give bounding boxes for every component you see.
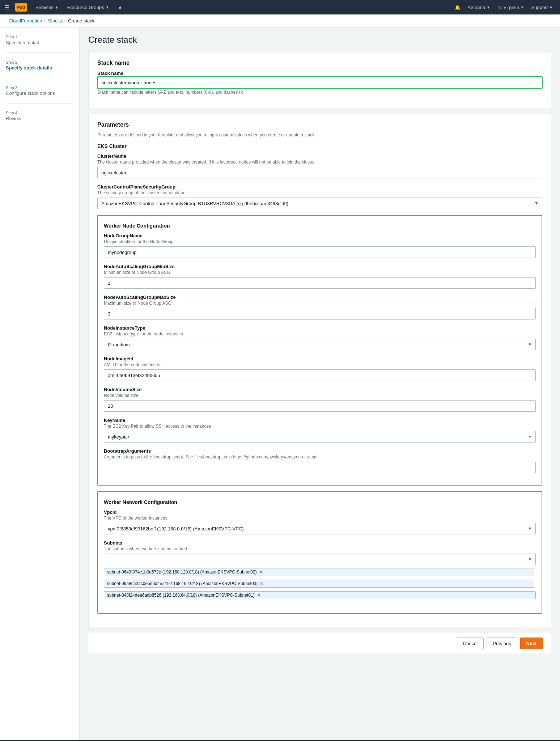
breadcrumb-current: Create stack bbox=[68, 18, 94, 24]
breadcrumb-sep-2: › bbox=[64, 18, 66, 24]
bootstrap-args-input[interactable] bbox=[104, 462, 536, 473]
bootstrap-args-hint: Arguments to pass to the bootstrap scrip… bbox=[104, 454, 536, 460]
vpc-id-wrapper: vpc-0f8853ef93162beff (192.168.0.0/16) (… bbox=[104, 523, 536, 534]
breadcrumb-cloudformation[interactable]: CloudFormation bbox=[9, 18, 42, 24]
instance-type-select[interactable]: t2.medium bbox=[104, 339, 536, 350]
bell-icon: 🔔 bbox=[455, 5, 461, 10]
cluster-name-group: ClusterName The cluster name provided wh… bbox=[97, 153, 542, 178]
sidebar-step-3: Step 3 Configure stack options bbox=[6, 85, 73, 96]
min-size-group: NodeAutoScalingGroupMinSize Minimum size… bbox=[104, 264, 536, 289]
stack-name-input[interactable] bbox=[97, 77, 542, 88]
region-menu[interactable]: N. Virginia ▼ bbox=[495, 3, 527, 12]
subnet-chip-3: subnet-048f24dea6adb8526 (192.168.64.0/1… bbox=[104, 591, 536, 599]
subnet-chip-1: subnet-0643f874c1b0a572e (192.168.128.0/… bbox=[104, 568, 534, 576]
step4-num: Step 4 bbox=[6, 111, 73, 115]
support-chevron-icon: ▼ bbox=[549, 5, 553, 9]
min-size-hint: Minimum size of Node Group ASG. bbox=[104, 270, 536, 275]
parameters-card: Parameters Parameters are defined in you… bbox=[88, 114, 551, 627]
node-group-name-label: NodeGroupName bbox=[104, 233, 536, 238]
bootstrap-args-label: BootstrapArguments bbox=[104, 448, 536, 454]
control-plane-sg-label: ClusterControlPlaneSecurityGroup bbox=[97, 184, 542, 190]
vpc-id-group: VpcId The VPC of the worker instances vp… bbox=[104, 509, 536, 534]
step3-label: Configure stack options bbox=[6, 90, 73, 96]
max-size-label: NodeAutoScalingGroupMaxSize bbox=[104, 295, 536, 300]
step2-num: Step 2 bbox=[6, 60, 73, 64]
key-name-hint: The EC2 Key Pair to allow SSH access to … bbox=[104, 424, 536, 429]
stack-name-title: Stack name bbox=[97, 60, 542, 66]
worker-node-config-header: Worker Node Configuration bbox=[104, 223, 536, 229]
stack-name-helper: Stack name can include letters (A-Z and … bbox=[97, 90, 542, 95]
node-group-name-input[interactable] bbox=[104, 246, 536, 258]
worker-network-config-header: Worker Network Configuration bbox=[104, 499, 536, 505]
key-name-select[interactable]: mykeypair bbox=[104, 431, 536, 443]
user-menu[interactable]: Archana ▼ bbox=[465, 3, 493, 12]
top-navigation: ☰ AWS Services ▼ Resource Groups ▼ ★ 🔔 A… bbox=[0, 0, 560, 14]
min-size-input[interactable] bbox=[104, 277, 536, 289]
image-id-group: NodeImageId AMI id for the node instance… bbox=[104, 356, 536, 381]
main-content: Create stack Stack name Stack name Stack… bbox=[80, 27, 560, 740]
previous-button[interactable]: Previous bbox=[487, 638, 517, 649]
parameters-title: Parameters bbox=[97, 122, 542, 128]
step4-label: Review bbox=[6, 116, 73, 121]
notifications-bell[interactable]: 🔔 bbox=[452, 3, 463, 12]
vpc-id-select[interactable]: vpc-0f8853ef93162beff (192.168.0.0/16) (… bbox=[104, 523, 536, 534]
resource-groups-menu[interactable]: Resource Groups ▼ bbox=[64, 3, 112, 12]
volume-size-input[interactable] bbox=[104, 400, 536, 412]
eks-cluster-header: EKS Cluster bbox=[97, 143, 542, 149]
vpc-id-label: VpcId bbox=[104, 509, 536, 515]
control-plane-sg-select[interactable]: AmazonEKSVPC-ControlPlaneSecurityGroup-B… bbox=[97, 198, 542, 209]
step2-label: Specify stack details bbox=[6, 65, 73, 71]
min-size-label: NodeAutoScalingGroupMinSize bbox=[104, 264, 536, 269]
hamburger-icon[interactable]: ☰ bbox=[4, 4, 9, 11]
volume-size-hint: Node volume size bbox=[104, 393, 536, 398]
image-id-input[interactable] bbox=[104, 369, 536, 381]
parameters-desc: Parameters are defined in your template … bbox=[97, 132, 542, 137]
page-title: Create stack bbox=[88, 35, 551, 45]
stack-name-card: Stack name Stack name Stack name can inc… bbox=[88, 52, 551, 108]
instance-type-label: NodeInstanceType bbox=[104, 325, 536, 331]
sidebar-step-2: Step 2 Specify stack details bbox=[6, 60, 73, 71]
subnet-chip-2: subnet-09a8ca2ac0e5e6d45 (192.168.192.0/… bbox=[104, 580, 534, 588]
subnet-chip-1-remove[interactable]: ✕ bbox=[259, 569, 263, 575]
region-chevron-icon: ▼ bbox=[521, 5, 524, 9]
sidebar-step-1: Step 1 Specify template bbox=[6, 35, 73, 45]
sidebar-step-4: Step 4 Review bbox=[6, 111, 73, 121]
step3-num: Step 3 bbox=[6, 85, 73, 90]
bottom-action-bar: Cancel Previous Next bbox=[88, 633, 551, 653]
services-chevron-icon: ▼ bbox=[55, 5, 59, 9]
vpc-id-hint: The VPC of the worker instances bbox=[104, 516, 536, 521]
key-name-label: KeyName bbox=[104, 418, 536, 423]
subnets-hint: The subnets where workers can be created… bbox=[104, 546, 536, 551]
control-plane-sg-wrapper: AmazonEKSVPC-ControlPlaneSecurityGroup-B… bbox=[97, 198, 542, 209]
cluster-name-input[interactable] bbox=[97, 167, 542, 178]
max-size-input[interactable] bbox=[104, 308, 536, 319]
subnets-label: Subnets bbox=[104, 540, 536, 546]
node-group-name-hint: Unique identifier for the Node Group. bbox=[104, 239, 536, 244]
subnets-chips-container: subnet-0643f874c1b0a572e (192.168.128.0/… bbox=[104, 568, 536, 601]
resource-groups-chevron-icon: ▼ bbox=[106, 5, 109, 9]
subnets-select[interactable] bbox=[104, 554, 536, 565]
volume-size-label: NodeVolumeSize bbox=[104, 387, 536, 392]
stack-name-label: Stack name bbox=[97, 71, 542, 76]
instance-type-wrapper: t2.medium ▼ bbox=[104, 339, 536, 350]
step1-label: Specify template bbox=[6, 40, 73, 45]
worker-node-config-section: Worker Node Configuration NodeGroupName … bbox=[97, 215, 542, 486]
control-plane-sg-group: ClusterControlPlaneSecurityGroup The sec… bbox=[97, 184, 542, 209]
stack-name-group: Stack name Stack name can include letter… bbox=[97, 71, 542, 95]
cancel-button[interactable]: Cancel bbox=[457, 638, 484, 649]
user-chevron-icon: ▼ bbox=[487, 5, 490, 9]
support-menu[interactable]: Support ▼ bbox=[529, 3, 556, 12]
next-button[interactable]: Next bbox=[520, 638, 543, 649]
image-id-label: NodeImageId bbox=[104, 356, 536, 361]
max-size-group: NodeAutoScalingGroupMaxSize Maximum size… bbox=[104, 295, 536, 319]
bootstrap-args-group: BootstrapArguments Arguments to pass to … bbox=[104, 448, 536, 473]
instance-type-hint: EC2 instance type for the node instances bbox=[104, 331, 536, 336]
key-name-group: KeyName The EC2 Key Pair to allow SSH ac… bbox=[104, 418, 536, 443]
favorites-icon[interactable]: ★ bbox=[115, 3, 125, 12]
services-menu[interactable]: Services ▼ bbox=[33, 3, 61, 12]
subnet-chip-3-remove[interactable]: ✕ bbox=[257, 593, 261, 598]
breadcrumb-sep-1: › bbox=[44, 18, 46, 24]
breadcrumb-stacks[interactable]: Stacks bbox=[48, 18, 62, 24]
max-size-hint: Maximum size of Node Group ASG. bbox=[104, 301, 536, 306]
subnet-chip-2-remove[interactable]: ✕ bbox=[260, 581, 264, 586]
